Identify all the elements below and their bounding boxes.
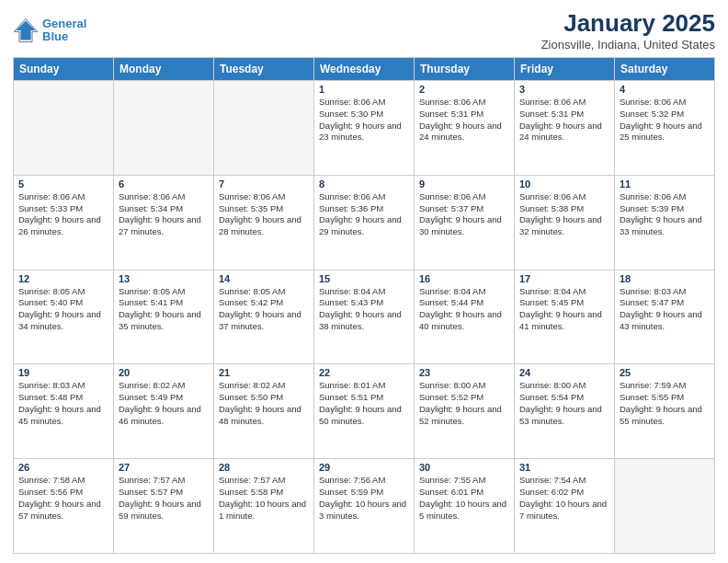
day-info: Sunrise: 7:55 AMSunset: 6:01 PMDaylight:… — [419, 475, 509, 522]
weekday-header-saturday: Saturday — [615, 58, 715, 81]
weekday-header-monday: Monday — [114, 58, 214, 81]
day-number: 21 — [219, 367, 309, 378]
day-number: 2 — [419, 84, 509, 95]
day-info: Sunrise: 8:06 AMSunset: 5:34 PMDaylight:… — [119, 191, 209, 238]
logo: General Blue — [13, 17, 86, 44]
week-row-3: 19Sunrise: 8:03 AMSunset: 5:48 PMDayligh… — [14, 364, 715, 459]
calendar-cell: 8Sunrise: 8:06 AMSunset: 5:36 PMDaylight… — [314, 175, 415, 270]
day-info: Sunrise: 7:56 AMSunset: 5:59 PMDaylight:… — [319, 475, 409, 522]
logo-icon — [13, 17, 39, 43]
day-info: Sunrise: 8:04 AMSunset: 5:43 PMDaylight:… — [319, 286, 409, 333]
day-number: 30 — [419, 462, 509, 473]
day-number: 4 — [620, 84, 710, 95]
calendar-cell: 6Sunrise: 8:06 AMSunset: 5:34 PMDaylight… — [114, 175, 214, 270]
day-info: Sunrise: 8:00 AMSunset: 5:54 PMDaylight:… — [519, 380, 609, 427]
calendar-cell: 12Sunrise: 8:05 AMSunset: 5:40 PMDayligh… — [14, 270, 114, 364]
calendar-cell: 1Sunrise: 8:06 AMSunset: 5:30 PMDaylight… — [314, 81, 415, 176]
day-info: Sunrise: 8:06 AMSunset: 5:37 PMDaylight:… — [419, 191, 509, 238]
day-info: Sunrise: 8:05 AMSunset: 5:41 PMDaylight:… — [119, 286, 209, 333]
day-number: 18 — [620, 273, 710, 284]
calendar-cell: 4Sunrise: 8:06 AMSunset: 5:32 PMDaylight… — [615, 81, 715, 176]
day-info: Sunrise: 7:59 AMSunset: 5:55 PMDaylight:… — [620, 380, 710, 427]
logo-text: General Blue — [42, 17, 86, 44]
day-number: 25 — [620, 367, 710, 378]
day-number: 22 — [319, 367, 409, 378]
day-info: Sunrise: 8:06 AMSunset: 5:38 PMDaylight:… — [519, 191, 609, 238]
day-number: 31 — [519, 462, 609, 473]
day-number: 26 — [18, 462, 108, 473]
calendar-cell: 24Sunrise: 8:00 AMSunset: 5:54 PMDayligh… — [515, 364, 615, 459]
calendar-cell: 23Sunrise: 8:00 AMSunset: 5:52 PMDayligh… — [415, 364, 515, 459]
day-number: 14 — [219, 273, 309, 284]
day-number: 6 — [119, 178, 209, 190]
day-number: 8 — [319, 178, 409, 190]
calendar-cell: 13Sunrise: 8:05 AMSunset: 5:41 PMDayligh… — [114, 270, 214, 364]
day-number: 23 — [419, 367, 509, 378]
calendar-cell — [615, 459, 715, 554]
calendar-cell: 30Sunrise: 7:55 AMSunset: 6:01 PMDayligh… — [415, 459, 515, 554]
calendar-cell: 27Sunrise: 7:57 AMSunset: 5:57 PMDayligh… — [114, 459, 214, 554]
calendar-cell: 20Sunrise: 8:02 AMSunset: 5:49 PMDayligh… — [114, 364, 214, 459]
day-number: 16 — [419, 273, 509, 284]
calendar-cell: 16Sunrise: 8:04 AMSunset: 5:44 PMDayligh… — [415, 270, 515, 364]
logo-line1: General — [42, 17, 86, 30]
day-info: Sunrise: 8:06 AMSunset: 5:31 PMDaylight:… — [519, 97, 609, 144]
day-info: Sunrise: 8:06 AMSunset: 5:30 PMDaylight:… — [319, 97, 409, 144]
calendar-cell: 11Sunrise: 8:06 AMSunset: 5:39 PMDayligh… — [615, 175, 715, 270]
calendar-cell: 29Sunrise: 7:56 AMSunset: 5:59 PMDayligh… — [314, 459, 415, 554]
calendar-cell: 7Sunrise: 8:06 AMSunset: 5:35 PMDaylight… — [214, 175, 314, 270]
day-number: 10 — [519, 178, 609, 190]
day-number: 17 — [519, 273, 609, 284]
day-info: Sunrise: 8:06 AMSunset: 5:32 PMDaylight:… — [620, 97, 710, 144]
calendar-cell: 9Sunrise: 8:06 AMSunset: 5:37 PMDaylight… — [415, 175, 515, 270]
header: General Blue January 2025 Zionsville, In… — [13, 9, 715, 52]
calendar-cell: 28Sunrise: 7:57 AMSunset: 5:58 PMDayligh… — [214, 459, 314, 554]
day-info: Sunrise: 8:06 AMSunset: 5:39 PMDaylight:… — [620, 191, 710, 238]
calendar-cell: 3Sunrise: 8:06 AMSunset: 5:31 PMDaylight… — [515, 81, 615, 176]
calendar-title: January 2025 — [541, 9, 715, 38]
weekday-header-friday: Friday — [515, 58, 615, 81]
weekday-header-thursday: Thursday — [415, 58, 515, 81]
calendar-cell — [214, 81, 314, 176]
calendar-table: SundayMondayTuesdayWednesdayThursdayFrid… — [13, 57, 715, 554]
page: General Blue January 2025 Zionsville, In… — [0, 0, 728, 563]
day-info: Sunrise: 8:01 AMSunset: 5:51 PMDaylight:… — [319, 380, 409, 427]
day-number: 28 — [219, 462, 309, 473]
day-number: 20 — [119, 367, 209, 378]
calendar-cell: 25Sunrise: 7:59 AMSunset: 5:55 PMDayligh… — [615, 364, 715, 459]
day-info: Sunrise: 8:03 AMSunset: 5:48 PMDaylight:… — [18, 380, 108, 427]
calendar-cell: 26Sunrise: 7:58 AMSunset: 5:56 PMDayligh… — [14, 459, 114, 554]
day-info: Sunrise: 8:06 AMSunset: 5:35 PMDaylight:… — [219, 191, 309, 238]
day-info: Sunrise: 8:05 AMSunset: 5:40 PMDaylight:… — [18, 286, 108, 333]
calendar-cell: 21Sunrise: 8:02 AMSunset: 5:50 PMDayligh… — [214, 364, 314, 459]
day-info: Sunrise: 7:54 AMSunset: 6:02 PMDaylight:… — [519, 475, 609, 522]
day-number: 27 — [119, 462, 209, 473]
week-row-4: 26Sunrise: 7:58 AMSunset: 5:56 PMDayligh… — [14, 459, 715, 554]
day-number: 9 — [419, 178, 509, 190]
day-number: 5 — [18, 178, 108, 190]
header-row: SundayMondayTuesdayWednesdayThursdayFrid… — [14, 58, 715, 81]
day-number: 19 — [18, 367, 108, 378]
day-number: 7 — [219, 178, 309, 190]
day-info: Sunrise: 7:57 AMSunset: 5:58 PMDaylight:… — [219, 475, 309, 522]
week-row-0: 1Sunrise: 8:06 AMSunset: 5:30 PMDaylight… — [14, 81, 715, 176]
day-info: Sunrise: 8:04 AMSunset: 5:44 PMDaylight:… — [419, 286, 509, 333]
calendar-cell: 2Sunrise: 8:06 AMSunset: 5:31 PMDaylight… — [415, 81, 515, 176]
day-info: Sunrise: 8:06 AMSunset: 5:31 PMDaylight:… — [419, 97, 509, 144]
day-number: 12 — [18, 273, 108, 284]
day-info: Sunrise: 7:57 AMSunset: 5:57 PMDaylight:… — [119, 475, 209, 522]
day-info: Sunrise: 8:02 AMSunset: 5:49 PMDaylight:… — [119, 380, 209, 427]
calendar-cell: 17Sunrise: 8:04 AMSunset: 5:45 PMDayligh… — [515, 270, 615, 364]
weekday-header-tuesday: Tuesday — [214, 58, 314, 81]
calendar-cell: 18Sunrise: 8:03 AMSunset: 5:47 PMDayligh… — [615, 270, 715, 364]
day-number: 3 — [519, 84, 609, 95]
title-block: January 2025 Zionsville, Indiana, United… — [541, 9, 715, 52]
weekday-header-sunday: Sunday — [14, 58, 114, 81]
day-info: Sunrise: 7:58 AMSunset: 5:56 PMDaylight:… — [18, 475, 108, 522]
week-row-1: 5Sunrise: 8:06 AMSunset: 5:33 PMDaylight… — [14, 175, 715, 270]
calendar-cell: 5Sunrise: 8:06 AMSunset: 5:33 PMDaylight… — [14, 175, 114, 270]
week-row-2: 12Sunrise: 8:05 AMSunset: 5:40 PMDayligh… — [14, 270, 715, 364]
calendar-cell: 19Sunrise: 8:03 AMSunset: 5:48 PMDayligh… — [14, 364, 114, 459]
day-number: 13 — [119, 273, 209, 284]
calendar-subtitle: Zionsville, Indiana, United States — [541, 38, 715, 52]
